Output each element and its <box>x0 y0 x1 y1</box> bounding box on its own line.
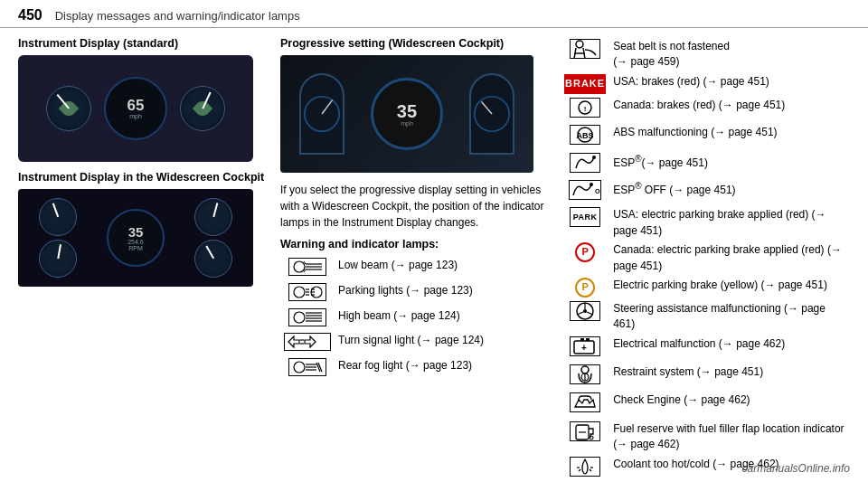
section-title-widescreen: Instrument Display in the Widescreen Coc… <box>18 171 269 184</box>
abs-description: ABS malfunctioning (→ page 451) <box>609 123 850 150</box>
svg-rect-47 <box>580 338 584 341</box>
svg-text:!: ! <box>584 105 587 113</box>
warning-row-rear-fog: Rear fog light (→ page 123) <box>280 356 546 382</box>
ws-needle-4 <box>205 246 213 260</box>
rear-fog-icon <box>288 358 326 376</box>
speed-value: 65 <box>127 98 145 113</box>
restraint-description: Restraint system (→ page 451) <box>609 363 850 391</box>
brake-usa-icon: BRAKE <box>564 74 606 94</box>
icon-cell-low-beam <box>280 256 335 281</box>
svg-point-4 <box>294 261 305 272</box>
row-fuel: Fuel reserve with fuel filler flap locat… <box>561 420 850 455</box>
ws-display-content: 35 mph <box>280 55 533 173</box>
svg-rect-48 <box>586 338 590 341</box>
turn-signal-svg <box>287 334 328 350</box>
page-title: Display messages and warning/indicator l… <box>55 9 300 23</box>
parking-lights-description: Parking lights (→ page 123) <box>335 281 546 307</box>
section-title-standard: Instrument Display (standard) <box>18 37 269 50</box>
svg-point-18 <box>294 312 305 323</box>
turn-signal-icon <box>284 333 331 351</box>
icon-cell-rear-fog <box>280 356 335 382</box>
icon-cell-esp-off: OFF <box>561 178 609 205</box>
esp-off-description: ESP® OFF (→ page 451) <box>609 178 850 205</box>
warning-row-parking-lights: Parking lights (→ page 123) <box>280 281 546 307</box>
icon-cell-check-engine <box>561 391 609 419</box>
icon-cell-restraint <box>561 363 609 391</box>
coolant-icon <box>570 457 600 477</box>
gauge-container-standard: 65 mph <box>18 55 253 162</box>
section-title-progressive: Progressive setting (Widescreen Cockpit) <box>280 37 546 50</box>
svg-point-42 <box>583 309 587 313</box>
rear-fog-svg <box>291 359 324 375</box>
park-canada-red-icon: P <box>575 242 595 262</box>
warning-row-high-beam: High beam (→ page 124) <box>280 307 546 332</box>
steering-icon <box>570 301 600 321</box>
row-check-engine: Check Engine (→ page 462) <box>561 391 850 419</box>
icon-cell-park-canada-red: P <box>561 241 609 276</box>
high-beam-icon <box>288 308 326 326</box>
row-park-usa: PARK USA: electric parking brake applied… <box>561 205 850 241</box>
icon-cell-brake-usa: BRAKE <box>561 72 609 96</box>
fuel-svg <box>571 421 599 441</box>
svg-line-1 <box>322 100 333 114</box>
ws-prog-right-gauge <box>469 73 514 155</box>
warning-row-low-beam: Low beam (→ page 123) <box>280 256 546 281</box>
park-yellow-icon: P <box>575 278 595 298</box>
ws-speed-value: 35 <box>128 225 144 239</box>
row-seatbelt: Seat belt is not fastened(→ page 459) <box>561 37 850 72</box>
svg-point-38 <box>592 156 596 159</box>
fuel-description: Fuel reserve with fuel filler flap locat… <box>609 420 850 455</box>
high-beam-svg <box>291 309 324 326</box>
ws-prog-unit: mph <box>401 120 413 127</box>
svg-point-50 <box>581 366 589 373</box>
row-esp-off: OFF ESP® OFF (→ page 451) <box>561 178 850 205</box>
icon-cell-fuel <box>561 420 609 455</box>
restraint-svg <box>571 364 599 384</box>
low-beam-svg <box>291 259 324 275</box>
high-beam-description: High beam (→ page 124) <box>335 307 546 332</box>
svg-text:+: + <box>581 343 587 353</box>
ws-needle-3 <box>212 203 218 217</box>
fuel-icon <box>570 421 600 441</box>
icon-cell-park-yellow: P <box>561 276 609 299</box>
low-beam-description: Low beam (→ page 123) <box>335 256 546 281</box>
icon-cell-brake-canada: ! <box>561 96 609 123</box>
electrical-description: Electrical malfunction (→ page 462) <box>609 335 850 363</box>
abs-icon: ABS <box>570 125 600 145</box>
ws-left-gauge-bottom <box>39 240 77 278</box>
icon-cell-steering <box>561 299 609 335</box>
brake-canada-svg: ! <box>572 99 598 117</box>
restraint-icon <box>570 364 600 384</box>
esp-icon <box>570 153 600 173</box>
left-gauge <box>46 86 91 131</box>
check-engine-icon <box>570 392 600 412</box>
seatbelt-icon <box>570 39 600 59</box>
electrical-svg: + <box>571 336 599 356</box>
row-park-yellow: P Electric parking brake (yellow) (→ pag… <box>561 276 850 299</box>
parking-lights-icon <box>288 283 326 301</box>
check-engine-description: Check Engine (→ page 462) <box>609 391 850 419</box>
seatbelt-svg <box>571 39 599 59</box>
ws-speed-readout: 254.6 <box>127 239 144 245</box>
park-usa-description: USA: electric parking brake applied (red… <box>609 205 850 241</box>
svg-point-39 <box>590 183 593 186</box>
page-header: 450 Display messages and warning/indicat… <box>0 0 868 28</box>
warning-table: Low beam (→ page 123) <box>280 256 546 382</box>
svg-point-27 <box>294 362 305 373</box>
brake-canada-description: Canada: brakes (red) (→ page 451) <box>609 96 850 123</box>
rear-fog-description: Rear fog light (→ page 123) <box>335 356 546 382</box>
svg-marker-23 <box>288 336 299 347</box>
parking-lights-svg <box>291 284 324 300</box>
icon-cell-park-usa: PARK <box>561 205 609 241</box>
ws-prog-speed: 35 <box>397 102 417 120</box>
row-restraint: Restraint system (→ page 451) <box>561 363 850 391</box>
icon-cell-seatbelt <box>561 37 609 72</box>
icon-cell-turn-signal <box>280 331 335 356</box>
brake-canada-icon: ! <box>570 98 600 118</box>
middle-column: Progressive setting (Widescreen Cockpit)… <box>280 37 561 482</box>
esp-svg <box>571 154 599 172</box>
warning-row-turn-signal: Turn signal light (→ page 124) <box>280 331 546 356</box>
row-brake-usa: BRAKE USA: brakes (red) (→ page 451) <box>561 72 850 96</box>
svg-point-10 <box>294 287 305 298</box>
center-speed-display: 65 mph <box>104 77 167 140</box>
